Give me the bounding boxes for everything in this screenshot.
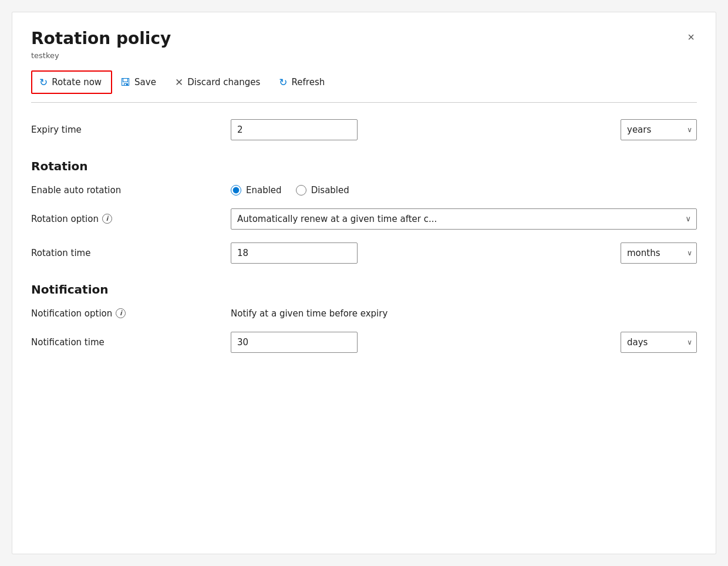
notification-time-row: Notification time days months years ∨ [31,332,697,353]
rotation-option-info-icon: i [102,214,112,224]
toolbar: ↻ Rotate now 🖫 Save ✕ Discard changes ↻ … [31,70,697,103]
save-label: Save [134,77,156,87]
rotation-option-dropdown-wrapper: Automatically renew at a given time afte… [231,208,697,230]
discard-label: Discard changes [187,77,260,87]
notification-section-title: Notification [31,282,697,297]
refresh-icon: ↻ [279,76,287,88]
expiry-time-unit-select[interactable]: days months years [621,119,697,140]
close-button[interactable]: × [685,29,697,45]
notification-option-label: Notification option i [31,308,231,319]
rotation-time-label: Rotation time [31,248,231,258]
refresh-label: Refresh [292,77,325,87]
notification-option-info-icon: i [116,308,126,318]
panel-title: Rotation policy [31,29,171,49]
expiry-time-input[interactable] [231,119,358,140]
expiry-time-controls: days months years ∨ [231,119,697,140]
rotation-policy-panel: Rotation policy testkey × ↻ Rotate now 🖫… [12,12,716,554]
expiry-section: Expiry time days months years ∨ [31,119,697,140]
notification-time-input-wrapper [231,332,614,353]
rotation-time-unit-select[interactable]: days months years [621,242,697,264]
rotate-now-label: Rotate now [52,77,102,87]
rotation-time-unit-wrapper: days months years ∨ [621,242,697,264]
expiry-time-label: Expiry time [31,124,231,135]
save-icon: 🖫 [120,76,130,88]
rotation-time-input[interactable] [231,242,358,264]
notification-option-controls: Notify at a given time before expiry [231,308,697,319]
disabled-radio[interactable] [296,185,306,196]
discard-button[interactable]: ✕ Discard changes [167,70,271,94]
expiry-time-row: Expiry time days months years ∨ [31,119,697,140]
discard-icon: ✕ [175,76,183,88]
save-button[interactable]: 🖫 Save [112,70,167,94]
panel-header: Rotation policy testkey × [31,29,697,60]
rotate-now-button[interactable]: ↻ Rotate now [31,70,112,94]
notification-time-label: Notification time [31,337,231,348]
notification-option-text: Notify at a given time before expiry [231,308,387,319]
disabled-label: Disabled [311,185,349,196]
notification-time-input[interactable] [231,332,358,353]
refresh-button[interactable]: ↻ Refresh [271,70,335,94]
enabled-radio[interactable] [231,185,241,196]
rotation-option-label: Rotation option i [31,214,231,224]
panel-subtitle: testkey [31,51,171,60]
rotation-option-controls: Automatically renew at a given time afte… [231,208,697,230]
rotation-option-select[interactable]: Automatically renew at a given time afte… [231,208,697,230]
auto-rotation-controls: Enabled Disabled [231,185,697,196]
rotation-time-controls: days months years ∨ [231,242,697,264]
notification-time-unit-wrapper: days months years ∨ [621,332,697,353]
rotation-option-row: Rotation option i Automatically renew at… [31,208,697,230]
disabled-radio-option[interactable]: Disabled [296,185,349,196]
rotation-time-input-wrapper [231,242,614,264]
auto-rotation-radio-group: Enabled Disabled [231,185,349,196]
notification-time-unit-select[interactable]: days months years [621,332,697,353]
title-block: Rotation policy testkey [31,29,171,60]
auto-rotation-label: Enable auto rotation [31,185,231,196]
rotation-section-title: Rotation [31,159,697,173]
expiry-time-input-wrapper [231,119,614,140]
rotate-icon: ↻ [39,76,48,88]
rotation-time-row: Rotation time days months years ∨ [31,242,697,264]
notification-time-controls: days months years ∨ [231,332,697,353]
enabled-label: Enabled [246,185,282,196]
expiry-time-unit-wrapper: days months years ∨ [621,119,697,140]
enabled-radio-option[interactable]: Enabled [231,185,282,196]
auto-rotation-row: Enable auto rotation Enabled Disabled [31,185,697,196]
notification-option-row: Notification option i Notify at a given … [31,308,697,319]
